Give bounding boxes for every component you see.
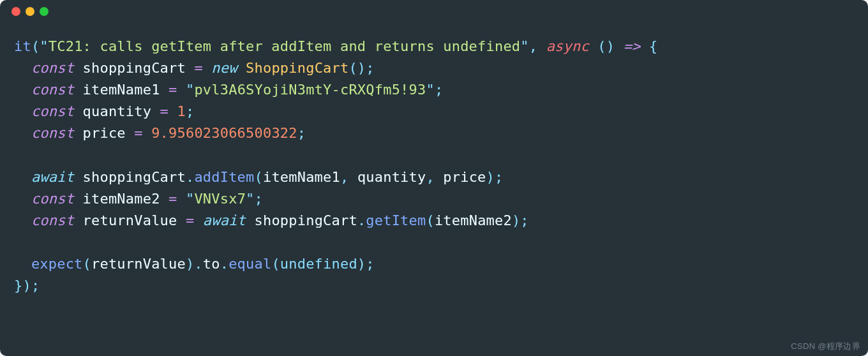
test-title: TC21: calls getItem after addItem and re… — [49, 38, 520, 54]
code-editor-window: it("TC21: calls getItem after addItem an… — [0, 0, 868, 356]
code-block: it("TC21: calls getItem after addItem an… — [0, 23, 868, 297]
titlebar — [0, 0, 868, 23]
minimize-icon[interactable] — [26, 7, 34, 16]
close-icon[interactable] — [11, 7, 20, 16]
watermark: CSDN @程序边界 — [791, 341, 860, 352]
kw-async: async — [546, 38, 589, 54]
maximize-icon[interactable] — [40, 7, 49, 16]
arrow: => — [624, 38, 641, 54]
fn-it: it — [14, 38, 31, 54]
